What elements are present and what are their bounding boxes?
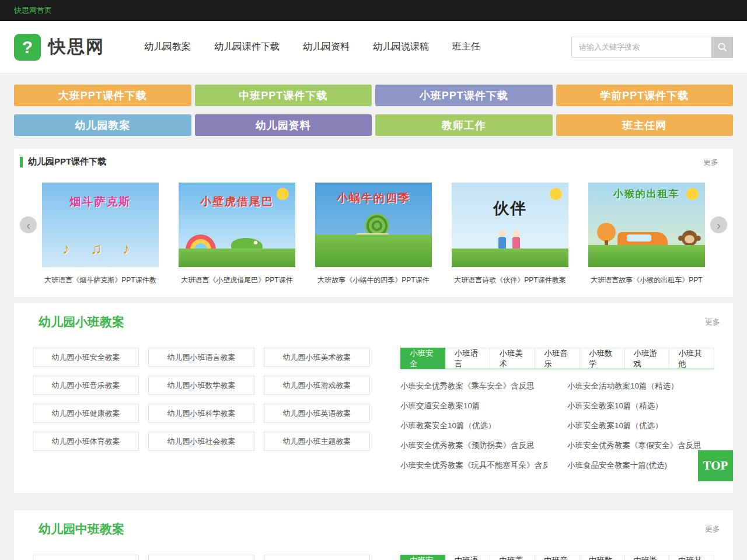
carousel-prev-button[interactable]: ‹ bbox=[20, 216, 37, 233]
category-zhongban-ppt[interactable]: 中班PPT课件下载 bbox=[195, 85, 372, 106]
card-thumbnail: 伙伴 bbox=[452, 183, 568, 267]
section-accent-bar bbox=[20, 157, 23, 167]
main-nav: 幼儿园教案 幼儿园课件下载 幼儿园资料 幼儿园说课稿 班主任 bbox=[144, 41, 480, 53]
card-caption: 大班语言诗歌《伙伴》PPT课件教案 bbox=[452, 275, 568, 285]
ppt-card-xiaobihu[interactable]: 小壁虎借尾巴 大班语言《小壁虎借尾巴》PPT课件 bbox=[179, 183, 295, 285]
article-link[interactable]: 小班安全优秀教案《玩具不能塞耳朵》含反 bbox=[400, 456, 547, 475]
question-mark-icon: ? bbox=[14, 34, 41, 61]
ppt-card-huoban[interactable]: 伙伴 大班语言诗歌《伙伴》PPT课件教案 bbox=[452, 183, 568, 285]
xiaoban-btn-shuxue[interactable]: 幼儿园小班数学教案 bbox=[148, 376, 254, 395]
site-logo[interactable]: ? 快思网 bbox=[14, 34, 104, 61]
search-input[interactable] bbox=[571, 37, 711, 58]
xiaoban-button-grid: 幼儿园小班安全教案 幼儿园小班语言教案 幼儿园小班美术教案 幼儿园小班音乐教案 … bbox=[33, 348, 370, 475]
xiaoban-tab-yinyue[interactable]: 小班音乐 bbox=[535, 348, 580, 369]
grass-decoration bbox=[452, 249, 568, 267]
card-thumbnail: 小壁虎借尾巴 bbox=[179, 183, 295, 267]
zhongban-section: 幼儿园中班教案 更多 幼儿园中班安全教案 幼儿园中班语言教案 幼儿园中班美术教案… bbox=[14, 510, 733, 560]
search-button[interactable] bbox=[711, 37, 733, 58]
zhongban-tab-yinyue[interactable]: 中班音乐 bbox=[535, 555, 580, 560]
chevron-right-icon: › bbox=[717, 219, 721, 232]
nav-item-jiaoan[interactable]: 幼儿园教案 bbox=[144, 41, 191, 53]
ppt-card-yandou-sakesi[interactable]: 烟斗萨克斯 ♪ ♫ ♪ 大班语言《烟斗萨克斯》PPT课件教 bbox=[42, 183, 159, 285]
card-image-title: 小壁虎借尾巴 bbox=[179, 194, 295, 209]
ppt-card-list: 烟斗萨克斯 ♪ ♫ ♪ 大班语言《烟斗萨克斯》PPT课件教 小壁虎借尾巴 大班语… bbox=[14, 183, 733, 285]
nav-item-shuokegao[interactable]: 幼儿园说课稿 bbox=[373, 41, 429, 53]
carousel-next-button[interactable]: › bbox=[710, 216, 727, 233]
category-jiaoan[interactable]: 幼儿园教案 bbox=[14, 114, 191, 136]
xiaoban-tab-meishu[interactable]: 小班美术 bbox=[490, 348, 535, 369]
article-link[interactable]: 小班安全教案10篇（优选） bbox=[567, 416, 714, 436]
zhongban-button-grid: 幼儿园中班安全教案 幼儿园中班语言教案 幼儿园中班美术教案 bbox=[33, 555, 370, 560]
category-ziliao[interactable]: 幼儿园资料 bbox=[195, 114, 372, 136]
xiaoban-btn-zhuti[interactable]: 幼儿园小班主题教案 bbox=[264, 432, 370, 451]
xiaoban-btn-yuyan[interactable]: 幼儿园小班语言教案 bbox=[148, 348, 254, 367]
zhongban-more-link[interactable]: 更多 bbox=[705, 524, 720, 534]
ppt-card-xiaohou-chuzuche[interactable]: 小猴的出租车 大班语言故事《小猴的出租车》PPT bbox=[588, 183, 705, 285]
article-link[interactable]: 小班交通安全教案10篇 bbox=[400, 396, 547, 416]
ppt-section: 幼儿园PPT课件下载 更多 ‹ 烟斗萨克斯 ♪ ♫ ♪ 大班语言《烟斗萨克斯》P… bbox=[14, 149, 733, 297]
xiaoban-btn-meishu[interactable]: 幼儿园小班美术教案 bbox=[264, 348, 370, 367]
chevron-left-icon: ‹ bbox=[26, 219, 30, 232]
card-caption: 大班语言《小壁虎借尾巴》PPT课件 bbox=[179, 275, 295, 285]
home-link[interactable]: 快思网首页 bbox=[14, 5, 52, 16]
card-caption: 大班故事《小蜗牛的四季》PPT课件 bbox=[315, 275, 432, 285]
category-banzhuren[interactable]: 班主任网 bbox=[556, 114, 734, 136]
ppt-section-title: 幼儿园PPT课件下载 bbox=[28, 156, 106, 167]
category-xueqian-ppt[interactable]: 学前PPT课件下载 bbox=[556, 85, 734, 106]
xiaoban-more-link[interactable]: 更多 bbox=[705, 317, 720, 327]
xiaoban-tab-youxi[interactable]: 小班游戏 bbox=[624, 348, 670, 369]
xiaoban-btn-tiyu[interactable]: 幼儿园小班体育教案 bbox=[33, 432, 139, 451]
xiaoban-section-title: 幼儿园小班教案 bbox=[39, 314, 124, 330]
topbar: 快思网首页 bbox=[0, 0, 747, 21]
xiaoban-tab-qita[interactable]: 小班其他 bbox=[669, 348, 714, 369]
xiaoban-btn-yingyu[interactable]: 幼儿园小班英语教案 bbox=[264, 404, 370, 423]
grass-decoration bbox=[315, 235, 432, 267]
xiaoban-btn-anquan[interactable]: 幼儿园小班安全教案 bbox=[33, 348, 139, 367]
monkey-icon bbox=[682, 230, 697, 246]
xiaoban-btn-shehui[interactable]: 幼儿园小班社会教案 bbox=[148, 432, 254, 451]
card-thumbnail: 烟斗萨克斯 ♪ ♫ ♪ bbox=[42, 183, 159, 267]
xiaoban-btn-youxi[interactable]: 幼儿园小班游戏教案 bbox=[264, 376, 370, 395]
zhongban-tab-anquan[interactable]: 中班安全 bbox=[400, 555, 446, 560]
article-link[interactable]: 小班安全优秀教案《预防拐卖》含反思 bbox=[400, 436, 547, 456]
category-daban-ppt[interactable]: 大班PPT课件下载 bbox=[14, 85, 191, 106]
card-thumbnail: 小猴的出租车 bbox=[588, 183, 705, 267]
nav-item-ziliao[interactable]: 幼儿园资料 bbox=[303, 41, 350, 53]
category-grid: 大班PPT课件下载 中班PPT课件下载 小班PPT课件下载 学前PPT课件下载 … bbox=[14, 85, 733, 136]
zhongban-btn-meishu[interactable]: 幼儿园中班美术教案 bbox=[264, 555, 370, 560]
xiaoban-btn-yinyue[interactable]: 幼儿园小班音乐教案 bbox=[33, 376, 139, 395]
zhongban-btn-anquan[interactable]: 幼儿园中班安全教案 bbox=[33, 555, 139, 560]
article-link[interactable]: 小班食品安全教案十篇(优选) bbox=[567, 456, 714, 475]
xiaoban-btn-kexue[interactable]: 幼儿园小班科学教案 bbox=[148, 404, 254, 423]
article-link[interactable]: 小班安全活动教案10篇（精选） bbox=[567, 376, 714, 396]
nav-item-banzhuren[interactable]: 班主任 bbox=[452, 41, 480, 53]
article-link[interactable]: 小班安全优秀教案《乘车安全》含反思 bbox=[400, 376, 547, 396]
category-xiaoban-ppt[interactable]: 小班PPT课件下载 bbox=[375, 85, 553, 106]
zhongban-tab-yuyan[interactable]: 中班语言 bbox=[445, 555, 491, 560]
grass-decoration bbox=[179, 249, 295, 267]
ppt-more-link[interactable]: 更多 bbox=[703, 157, 718, 167]
article-link[interactable]: 小班安全教案10篇（精选） bbox=[567, 396, 714, 416]
article-link[interactable]: 小班安全优秀教案《寒假安全》含反思 bbox=[567, 436, 714, 456]
zhongban-tab-meishu[interactable]: 中班美术 bbox=[490, 555, 535, 560]
child-figure-icon bbox=[498, 237, 506, 250]
zhongban-tab-youxi[interactable]: 中班游戏 bbox=[624, 555, 670, 560]
card-image-title: 小猴的出租车 bbox=[588, 187, 705, 201]
zhongban-btn-yuyan[interactable]: 幼儿园中班语言教案 bbox=[148, 555, 254, 560]
xiaoban-tab-shuxue[interactable]: 小班数学 bbox=[580, 348, 625, 369]
zhongban-tab-shuxue[interactable]: 中班数学 bbox=[580, 555, 625, 560]
xiaoban-tab-anquan[interactable]: 小班安全 bbox=[400, 348, 446, 369]
article-link[interactable]: 小班教案安全10篇（优选） bbox=[400, 416, 547, 436]
site-name: 快思网 bbox=[48, 35, 104, 59]
card-image-title: 烟斗萨克斯 bbox=[42, 194, 159, 209]
xiaoban-tab-yuyan[interactable]: 小班语言 bbox=[445, 348, 491, 369]
xiaoban-section: 幼儿园小班教案 更多 幼儿园小班安全教案 幼儿园小班语言教案 幼儿园小班美术教案… bbox=[14, 303, 733, 493]
zhongban-tab-qita[interactable]: 中班其他 bbox=[669, 555, 714, 560]
xiaoban-btn-jiankang[interactable]: 幼儿园小班健康教案 bbox=[33, 404, 139, 423]
search-box bbox=[571, 37, 733, 58]
ppt-card-xiaowoniu[interactable]: 小蜗牛的四季 大班故事《小蜗牛的四季》PPT课件 bbox=[315, 183, 432, 285]
back-to-top-button[interactable]: TOP bbox=[698, 450, 733, 481]
nav-item-kejian-download[interactable]: 幼儿园课件下载 bbox=[214, 41, 280, 53]
site-header: ? 快思网 幼儿园教案 幼儿园课件下载 幼儿园资料 幼儿园说课稿 班主任 bbox=[0, 21, 747, 74]
category-jiaoshi-gongzuo[interactable]: 教师工作 bbox=[375, 114, 553, 136]
